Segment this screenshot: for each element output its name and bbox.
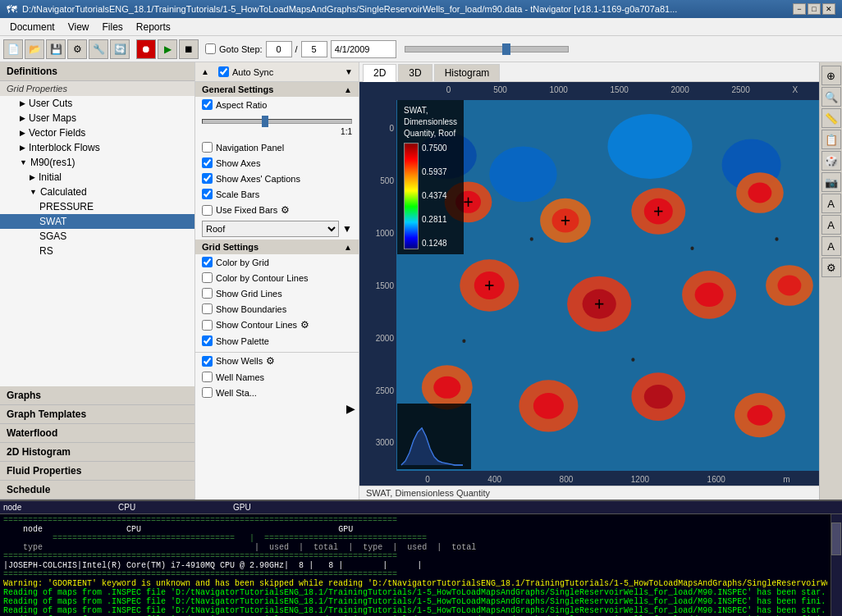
expand-button[interactable]: ▼: [342, 66, 355, 79]
tab-histogram[interactable]: Histogram: [434, 64, 501, 81]
roof-dropdown[interactable]: Roof: [202, 221, 339, 237]
right-tool-3[interactable]: 📏: [821, 108, 841, 128]
viz-content[interactable]: 0 500 1000 1500 2000 2500 X 0 500 1000 1…: [359, 82, 819, 486]
show-boundaries-checkbox[interactable]: [202, 303, 213, 314]
middle-panel-expand-icon[interactable]: ▶: [344, 402, 357, 415]
play-button[interactable]: ▶: [158, 39, 177, 59]
definitions-header[interactable]: Definitions: [0, 62, 194, 81]
console-body: ========================================…: [0, 514, 842, 616]
item-label: SWAT: [39, 216, 66, 227]
maximize-button[interactable]: □: [808, 3, 821, 15]
right-tool-7[interactable]: A: [821, 194, 841, 213]
tree-interblock-flows[interactable]: ▶ Interblock Flows: [0, 140, 194, 155]
tab-3d[interactable]: 3D: [398, 64, 432, 81]
console-scrollbar[interactable]: [831, 514, 842, 616]
histogram-2d-header[interactable]: 2D Histogram: [0, 443, 194, 462]
general-settings-collapse[interactable]: ▲: [344, 85, 352, 94]
grid-settings-collapse[interactable]: ▲: [344, 243, 352, 252]
date-input[interactable]: [331, 40, 396, 58]
tree-user-maps[interactable]: ▶ User Maps: [0, 111, 194, 125]
item-label: RS: [39, 245, 53, 257]
tab-2d[interactable]: 2D: [363, 64, 396, 82]
viz-status-text: SWAT, Dimensionless Quantity: [366, 488, 490, 498]
close-button[interactable]: ✕: [822, 3, 835, 15]
legend-title: SWAT,DimensionlessQuantity, Roof: [404, 105, 457, 139]
show-palette-checkbox[interactable]: [202, 335, 213, 346]
settings-button[interactable]: ⚙: [67, 39, 87, 59]
item-label: User Cuts: [29, 98, 72, 109]
use-fixed-bars-checkbox[interactable]: [202, 205, 213, 216]
menu-reports[interactable]: Reports: [130, 20, 177, 34]
show-axes-captions-checkbox[interactable]: [202, 173, 213, 184]
well-names-checkbox[interactable]: [202, 372, 213, 382]
console-log[interactable]: ========================================…: [0, 514, 831, 616]
tree-m90-res1[interactable]: ▼ M90(res1): [0, 155, 194, 170]
aspect-ratio-checkbox[interactable]: [202, 99, 213, 110]
schedule-header[interactable]: Schedule: [0, 481, 194, 500]
color-by-contour-checkbox[interactable]: [202, 272, 213, 283]
goto-checkbox[interactable]: [205, 43, 216, 54]
navigation-panel-checkbox[interactable]: [202, 142, 213, 153]
graphs-header[interactable]: Graphs: [0, 386, 194, 405]
minimize-button[interactable]: −: [793, 3, 806, 15]
navigation-panel-row: Navigation Panel: [195, 139, 359, 155]
show-contour-lines-checkbox[interactable]: [202, 320, 213, 331]
well-status-checkbox[interactable]: [202, 387, 213, 398]
right-tool-6[interactable]: 📷: [821, 172, 841, 192]
show-axes-checkbox[interactable]: [202, 157, 213, 168]
tree-user-cuts[interactable]: ▶ User Cuts: [0, 96, 194, 111]
collapse-button[interactable]: ▲: [199, 66, 212, 79]
record-button[interactable]: ⏺: [136, 39, 156, 59]
step-input[interactable]: [266, 41, 292, 57]
fixed-bars-gear-icon[interactable]: ⚙: [281, 204, 290, 216]
right-tool-9[interactable]: A: [821, 236, 841, 256]
middle-panel-header: ▲ Auto Sync ▼: [195, 62, 359, 82]
show-grid-lines-row: Show Grid Lines: [195, 285, 359, 301]
menu-files[interactable]: Files: [96, 20, 130, 34]
show-wells-checkbox[interactable]: [202, 356, 213, 367]
item-label: PRESSURE: [39, 201, 94, 212]
right-tool-10[interactable]: ⚙: [821, 258, 841, 277]
menu-document[interactable]: Document: [3, 20, 62, 34]
tree-swat[interactable]: SWAT: [0, 214, 194, 229]
tools-button[interactable]: 🔧: [89, 39, 108, 59]
tree-pressure[interactable]: PRESSURE: [0, 199, 194, 214]
menu-view[interactable]: View: [62, 20, 96, 34]
show-axes-label: Show Axes: [216, 158, 260, 168]
waterflood-header[interactable]: Waterflood: [0, 424, 194, 443]
step-max-input[interactable]: [301, 41, 327, 57]
contour-lines-gear-icon[interactable]: ⚙: [300, 319, 309, 331]
show-grid-lines-checkbox[interactable]: [202, 288, 213, 299]
log-line: type | used | total | type | used | tota…: [3, 543, 827, 552]
console-area: node CPU GPU ===========================…: [0, 500, 842, 616]
tree-calculated[interactable]: ▼ Calculated: [0, 185, 194, 199]
right-tool-5[interactable]: 🎲: [821, 151, 841, 171]
scale-bars-checkbox[interactable]: [202, 189, 213, 199]
save-button[interactable]: 💾: [46, 39, 66, 59]
scrollbar-thumb[interactable]: [831, 522, 841, 555]
right-tool-8[interactable]: A: [821, 215, 841, 235]
fluid-properties-header[interactable]: Fluid Properties: [0, 462, 194, 481]
refresh-button[interactable]: 🔄: [110, 39, 130, 59]
tree-sgas[interactable]: SGAS: [0, 229, 194, 244]
tree-rs[interactable]: RS: [0, 244, 194, 258]
timeline-slider[interactable]: [405, 46, 569, 52]
new-button[interactable]: 📄: [3, 39, 23, 59]
right-tool-4[interactable]: 📋: [821, 130, 841, 149]
auto-sync-checkbox[interactable]: [218, 66, 229, 77]
right-tool-2[interactable]: 🔍: [821, 87, 841, 107]
tree-vector-fields[interactable]: ▶ Vector Fields: [0, 125, 194, 140]
log-line: |JOSEPH-COLCHIS|Intel(R) Core(TM) i7-491…: [3, 561, 827, 570]
wells-gear-icon[interactable]: ⚙: [266, 355, 275, 367]
right-tool-1[interactable]: ⊕: [821, 66, 841, 85]
well-status-label: Well Sta...: [216, 388, 257, 398]
tree-initial[interactable]: ▶ Initial: [0, 170, 194, 185]
color-by-grid-checkbox[interactable]: [202, 257, 213, 267]
aspect-ratio-slider[interactable]: [202, 119, 352, 124]
step-sep: /: [295, 44, 298, 54]
col-gpu: GPU: [233, 503, 251, 512]
open-button[interactable]: 📂: [25, 39, 44, 59]
graph-templates-header[interactable]: Graph Templates: [0, 405, 194, 424]
show-palette-label: Show Palette: [216, 336, 269, 346]
stop-button[interactable]: ⏹: [179, 39, 199, 59]
